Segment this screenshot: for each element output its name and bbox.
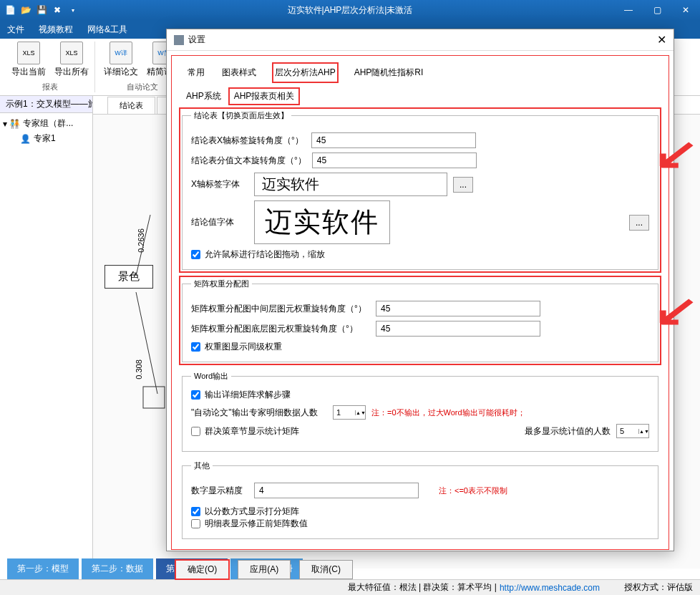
value-rotation-input[interactable] (312, 153, 477, 168)
tab-chart-style[interactable]: 图表样式 (220, 64, 258, 82)
xls-icon: XLS (60, 42, 83, 64)
tree-child[interactable]: 👤 专家1 (3, 131, 89, 146)
dialog-title: 设置 (188, 34, 205, 46)
xaxis-rotation-input[interactable] (311, 132, 476, 148)
tree-pane: 示例1：交叉模型——旅行问题【直接输 ▾ 🧑‍🤝‍🧑 专家组（群... 👤 专家… (0, 96, 93, 569)
step-data[interactable]: 第二步：数据 (82, 558, 153, 579)
show-original-checkbox[interactable] (191, 519, 200, 528)
tab-conclusion[interactable]: 结论表 (107, 97, 155, 114)
export-current-button[interactable]: XLS 导出当前 (11, 42, 46, 80)
output-detailed-checkbox[interactable] (191, 390, 200, 400)
cancel-button[interactable]: 取消(C) (299, 560, 353, 579)
detailed-paper-button[interactable]: W详 详细论文 (104, 42, 138, 80)
arrow-annotation-icon: ↙ (653, 128, 699, 178)
group-weight-chart: 矩阵权重分配图 矩阵权重分配图中间层图元权重旋转角度（°） 矩阵权重分配图底层图… (182, 279, 658, 362)
minimize-button[interactable]: — (614, 0, 643, 20)
xaxis-font-preview: 迈实软件 (254, 173, 447, 196)
tree-root[interactable]: ▾ 🧑‍🤝‍🧑 专家组（群... (3, 116, 89, 131)
titlebar: 📄 📂 💾 ✖ ▾ 迈实软件|AHP层次分析法|未激活 — ▢ ✕ (0, 0, 700, 20)
subtab-ahp-report[interactable]: AHP报表页相关 (228, 87, 301, 105)
settings-dialog: 设置 ✕ 常用 图表样式 层次分析法AHP AHP随机性指标RI AHP系统 A… (166, 29, 674, 551)
export-all-button[interactable]: XLS 导出所有 (54, 42, 89, 80)
show-sibling-weight-checkbox[interactable] (191, 342, 200, 352)
group-stats-checkbox[interactable] (191, 427, 200, 436)
group-conclusion-table: 结论表【切换页面后生效】 结论表X轴标签旋转角度（°） 结论表分值文本旋转角度（… (182, 110, 658, 270)
qat-settings-icon[interactable]: ✖ (52, 4, 63, 16)
tab-ahp[interactable]: 层次分析法AHP (272, 62, 339, 83)
diagram-box-1: 景色 (104, 265, 153, 289)
qat-new-icon[interactable]: 📄 (4, 4, 16, 16)
svg-rect-2 (143, 387, 165, 408)
tab-ri[interactable]: AHP随机性指标RI (353, 64, 425, 82)
qat-dropdown-icon[interactable]: ▾ (67, 4, 79, 16)
menu-file[interactable]: 文件 (7, 24, 24, 36)
tab-common[interactable]: 常用 (186, 64, 206, 82)
status-link[interactable]: http://www.meshcade.com (500, 583, 600, 593)
maximize-button[interactable]: ▢ (643, 0, 671, 20)
close-button[interactable]: ✕ (671, 0, 700, 20)
bottom-layer-rotation-input[interactable] (376, 321, 540, 337)
value-font-preview: 迈实软件 (254, 200, 390, 244)
ok-button[interactable]: 确定(O) (175, 560, 229, 579)
dialog-icon (174, 35, 184, 45)
precision-input[interactable] (254, 483, 419, 498)
qat-open-icon[interactable]: 📂 (20, 4, 31, 16)
max-stats-stepper[interactable]: ▲▼ (616, 424, 649, 438)
xaxis-font-button[interactable]: ... (453, 177, 473, 193)
value-font-button[interactable]: ... (629, 215, 649, 231)
menu-video[interactable]: 视频教程 (39, 24, 73, 36)
group-word-output: Word输出 输出详细矩阵求解步骤 "自动论文"输出专家明细数据人数 ▲▼ 注：… (182, 371, 658, 452)
fraction-display-checkbox[interactable] (191, 507, 200, 516)
subtab-ahp-system[interactable]: AHP系统 (186, 90, 221, 102)
menu-net[interactable]: 网络&工具 (87, 24, 127, 36)
mid-layer-rotation-input[interactable] (376, 301, 540, 316)
qat-save-icon[interactable]: 💾 (36, 4, 47, 16)
diagram-value-1: 0.2636 (137, 228, 145, 253)
dialog-close-button[interactable]: ✕ (657, 33, 666, 47)
apply-button[interactable]: 应用(A) (238, 560, 291, 579)
expert-count-stepper[interactable]: ▲▼ (333, 405, 366, 420)
window-title: 迈实软件|AHP层次分析法|未激活 (288, 4, 413, 16)
step-model[interactable]: 第一步：模型 (7, 558, 79, 579)
group-other: 其他 数字显示精度注：<=0表示不限制 以分数方式显示打分矩阵 明细表显示修正前… (182, 460, 658, 539)
tree-header: 示例1：交叉模型——旅行问题【直接输 (0, 96, 92, 113)
word-icon: W详 (110, 42, 132, 64)
arrow-annotation-icon: ↙ (653, 285, 699, 335)
allow-drag-checkbox[interactable] (191, 250, 200, 259)
diagram-value-2: 0.308 (135, 359, 143, 379)
xls-icon: XLS (17, 42, 40, 64)
